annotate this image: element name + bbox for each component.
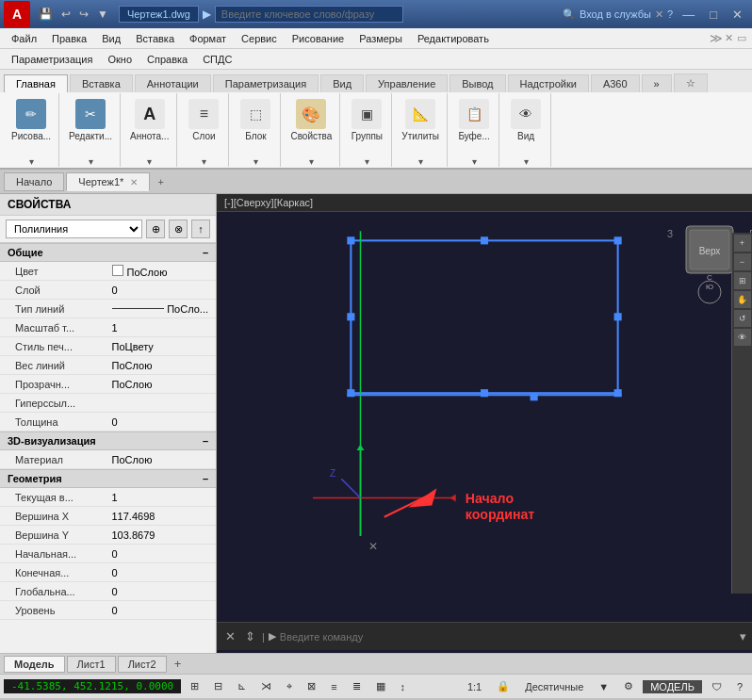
cmd-close-btn[interactable]: ✕ (222, 629, 238, 643)
close-button[interactable]: ✕ (727, 8, 748, 22)
dynin-btn[interactable]: ≡ (325, 679, 342, 694)
title-filename: Чертеж1.dwg (119, 6, 199, 23)
qp-btn[interactable]: ▦ (370, 678, 391, 694)
ribbon-group-buffer: 📋 Буфе... ▾ (450, 93, 499, 167)
workspace-btn[interactable]: ⚙ (618, 678, 639, 694)
zoom-extent-btn[interactable]: ⊞ (734, 272, 751, 289)
prop-type-selector[interactable]: Полилиния (6, 220, 142, 238)
prop-icon-btn-1[interactable]: ⊕ (146, 220, 165, 238)
tab-parametrization[interactable]: Параметризация (213, 74, 319, 92)
look-btn[interactable]: 👁 (734, 329, 751, 346)
quick-undo-btn[interactable]: ↩ (58, 7, 74, 22)
model-tab-sheet1[interactable]: Лист1 (67, 656, 116, 673)
menu-spds[interactable]: СПДС (195, 52, 239, 67)
search-icon[interactable]: 🔍 (563, 8, 576, 21)
ribbon-btn-vid[interactable]: 👁 Вид (505, 97, 547, 143)
prop-icon-btn-3[interactable]: ↑ (191, 220, 210, 238)
pan-btn[interactable]: ✋ (734, 291, 751, 308)
ortho-btn[interactable]: ⊾ (232, 678, 252, 694)
menu-format[interactable]: Формат (182, 31, 234, 46)
command-input[interactable] (280, 631, 736, 643)
tab-addons[interactable]: Надстройки (508, 74, 589, 92)
units-dropdown[interactable]: ▼ (593, 679, 614, 694)
menu-close-x[interactable]: ✕ (723, 30, 735, 46)
quick-save-btn[interactable]: 💾 (36, 7, 56, 22)
ribbon-btn-draw[interactable]: ✏ Рисова... (8, 97, 55, 143)
menu-resize[interactable]: ▭ (735, 30, 748, 46)
ribbon-btn-block[interactable]: ⬚ Блок (235, 97, 276, 143)
doc-tab-start[interactable]: Начало (4, 172, 64, 191)
linewidth-btn[interactable]: ≣ (347, 678, 367, 694)
canvas-viewport[interactable]: Начало координат ✕ Z Верх (217, 212, 752, 622)
grid-btn[interactable]: ⊟ (208, 678, 228, 694)
model-tab-add-btn[interactable]: + (169, 655, 188, 673)
quick-redo-btn[interactable]: ↪ (76, 7, 91, 22)
ribbon-btn-props[interactable]: 🎨 Свойства (286, 97, 335, 143)
tab-annotations[interactable]: Аннотации (135, 74, 211, 92)
snap-btn[interactable]: ⊞ (185, 678, 204, 694)
doc-tab-drawing[interactable]: Чертеж1* ✕ (66, 172, 150, 191)
help-icon-bottom[interactable]: ? (731, 679, 748, 694)
ribbon-btn-layers[interactable]: ≡ Слои (183, 97, 224, 143)
tab-insert[interactable]: Вставка (70, 74, 133, 92)
ribbon-btn-buffer[interactable]: 📋 Буфе... (453, 97, 495, 143)
menu-parametrization[interactable]: Параметризация (4, 52, 100, 67)
svg-text:координат: координат (466, 507, 535, 522)
lock-btn[interactable]: 🔒 (491, 678, 515, 694)
question-icon[interactable]: ? (667, 8, 673, 20)
title-right-controls: 🔍 Вход в службы ✕ ? — □ ✕ (563, 8, 748, 22)
title-search-input[interactable] (215, 6, 403, 23)
tab-manage[interactable]: Управление (366, 74, 448, 92)
prop-section-geometry[interactable]: Геометрия – (0, 469, 216, 488)
tab-star[interactable]: ☆ (674, 73, 708, 92)
quick-dropdown-btn[interactable]: ▼ (94, 7, 111, 22)
menu-dimensions[interactable]: Размеры (351, 31, 410, 46)
track-btn[interactable]: ⊠ (302, 678, 321, 694)
prop-icon-btn-2[interactable]: ⊗ (169, 220, 188, 238)
cmd-arrow: ▶ (269, 630, 276, 643)
tab-output[interactable]: Вывод (450, 74, 505, 92)
ribbon-btn-annotate[interactable]: A Аннота... (126, 97, 172, 143)
menu-window[interactable]: Окно (100, 52, 139, 67)
zoom-out-btn[interactable]: − (734, 253, 751, 270)
ribbon-group-vid: 👁 Вид ▾ (501, 93, 551, 167)
cmd-scroll-btn[interactable]: ⇕ (242, 629, 258, 643)
sel-btn[interactable]: ↕ (395, 679, 412, 694)
minimize-button[interactable]: — (677, 8, 700, 22)
prop-section-general[interactable]: Общие – (0, 243, 216, 262)
section-general-toggle: – (203, 247, 208, 258)
zoom-in-btn[interactable]: + (734, 235, 751, 252)
tab-view[interactable]: Вид (320, 74, 364, 92)
ribbon-btn-utils[interactable]: 📐 Утилиты (398, 97, 443, 143)
doc-tab-add-btn[interactable]: + (152, 174, 169, 189)
menu-edit2[interactable]: Редактировать (410, 31, 497, 46)
user-label[interactable]: Вход в службы (580, 8, 651, 20)
prop-value-material: ПоСлою (112, 454, 209, 465)
maximize-button[interactable]: □ (704, 8, 723, 22)
menu-view[interactable]: Вид (94, 31, 128, 46)
doc-tab-close-btn[interactable]: ✕ (130, 177, 138, 187)
tab-more[interactable]: » (642, 74, 672, 92)
model-tab-sheet2[interactable]: Лист2 (118, 656, 167, 673)
ribbon-btn-groups[interactable]: ▣ Группы (346, 97, 387, 143)
orbit-btn[interactable]: ↺ (734, 310, 751, 327)
menu-draw[interactable]: Рисование (285, 31, 351, 46)
menu-help[interactable]: Справка (139, 52, 195, 67)
menu-service[interactable]: Сервис (234, 31, 285, 46)
prop-section-3d[interactable]: 3D-визуализация – (0, 431, 216, 450)
tab-a360[interactable]: А360 (591, 74, 640, 92)
menu-edit[interactable]: Правка (44, 31, 94, 46)
spds-icon[interactable]: 🛡 (706, 679, 727, 694)
osnap-btn[interactable]: ⌖ (281, 678, 298, 694)
scale-btn[interactable]: 1:1 (462, 679, 487, 694)
menu-file[interactable]: Файл (4, 31, 44, 46)
tab-home[interactable]: Главная (4, 74, 68, 92)
menu-insert[interactable]: Вставка (128, 31, 182, 46)
units-btn[interactable]: Десятичные (519, 679, 589, 694)
cmd-scroll-right[interactable]: ▾ (740, 629, 746, 643)
polar-btn[interactable]: ⋊ (255, 678, 277, 694)
section-geometry-label: Геометрия (8, 473, 62, 484)
ribbon-btn-edit[interactable]: ✂ Редакти... (65, 97, 116, 143)
model-tab-model[interactable]: Модель (4, 656, 65, 673)
close-icon-titlebar[interactable]: ✕ (655, 8, 663, 21)
